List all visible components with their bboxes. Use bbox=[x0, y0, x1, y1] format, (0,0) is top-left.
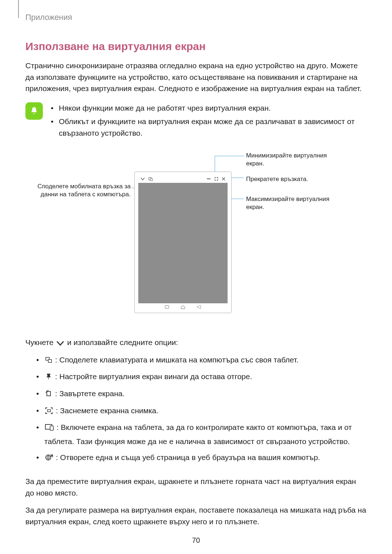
svg-rect-7 bbox=[48, 410, 50, 412]
note-list: Някои функции може да не работят чрез ви… bbox=[51, 102, 367, 141]
home-icon bbox=[180, 305, 185, 309]
svg-point-10 bbox=[46, 455, 51, 460]
chevron-down-icon bbox=[140, 177, 145, 181]
note-icon bbox=[25, 102, 43, 120]
close-icon bbox=[222, 177, 225, 181]
header-vertical-rule bbox=[18, 0, 19, 18]
svg-rect-3 bbox=[165, 305, 169, 308]
paragraph-resize: За да регулирате размера на виртуалния е… bbox=[25, 504, 367, 527]
option-open-webpage: : Отворете една и съща уеб страница в уе… bbox=[36, 451, 367, 465]
option-screenshot: : Заснемете екранна снимка. bbox=[36, 404, 367, 418]
manual-page: Приложения Използване на виртуалния екра… bbox=[0, 0, 392, 554]
chevron-down-bold-icon bbox=[56, 338, 64, 350]
svg-rect-6 bbox=[47, 391, 50, 396]
pin-icon bbox=[45, 371, 52, 384]
tap-line-pre: Чукнете bbox=[25, 338, 56, 346]
note-item-1: Някои функции може да не работят чрез ви… bbox=[51, 102, 367, 114]
tap-line: Чукнете и използвайте следните опции: bbox=[25, 337, 367, 350]
tablet-frame bbox=[134, 172, 232, 313]
option-text-4: : Заснемете екранна снимка. bbox=[56, 406, 159, 415]
option-text-6: : Отворете една и съща уеб страница в уе… bbox=[56, 453, 320, 461]
option-text-3: : Завъртете екрана. bbox=[55, 389, 124, 398]
svg-rect-9 bbox=[50, 426, 53, 430]
back-icon bbox=[196, 305, 201, 309]
note-item-2: Обликът и функциите на виртуалния екран … bbox=[51, 116, 367, 139]
share-km-icon bbox=[45, 354, 52, 368]
tablet-on-icon bbox=[45, 422, 54, 435]
option-text-2: : Настройте виртуалния екран винаги да о… bbox=[55, 372, 252, 381]
tap-line-post: и използвайте следните опции: bbox=[67, 338, 178, 346]
tablet-screen bbox=[138, 189, 228, 303]
option-enable-tablet-screen: : Включете екрана на таблета, за да го к… bbox=[36, 421, 367, 448]
maximize-icon bbox=[215, 177, 218, 181]
svg-rect-1 bbox=[150, 178, 152, 181]
option-text-1: : Споделете клавиатурата и мишката на ко… bbox=[55, 356, 299, 364]
page-number: 70 bbox=[0, 536, 392, 545]
bell-icon bbox=[29, 106, 39, 116]
recent-icon bbox=[164, 305, 170, 309]
paragraph-move: За да преместите виртуалния екран, щракн… bbox=[25, 476, 367, 498]
options-list: : Споделете клавиатурата и мишката на ко… bbox=[25, 353, 367, 465]
minimize-icon bbox=[207, 178, 211, 179]
tablet-navbar bbox=[135, 305, 231, 310]
option-rotate: : Завъртете екрана. bbox=[36, 387, 367, 401]
option-always-on-top: : Настройте виртуалния екран винаги да о… bbox=[36, 370, 367, 384]
share-icon bbox=[148, 177, 153, 181]
svg-rect-5 bbox=[48, 360, 52, 362]
breadcrumb: Приложения bbox=[25, 13, 367, 22]
rotate-icon bbox=[45, 388, 52, 401]
svg-rect-2 bbox=[207, 178, 211, 179]
option-text-5: : Включете екрана на таблета, за да го к… bbox=[44, 423, 352, 446]
tablet-status-strip bbox=[138, 183, 228, 189]
section-title: Използване на виртуалния екран bbox=[25, 40, 367, 53]
virtual-screen-diagram: Споделете мобилната връзка за данни на т… bbox=[25, 152, 367, 326]
globe-arrow-icon bbox=[45, 452, 53, 465]
tablet-topbar bbox=[140, 176, 228, 181]
screenshot-icon bbox=[45, 405, 53, 418]
note-block: Някои функции може да не работят чрез ви… bbox=[25, 102, 367, 141]
option-share-input: : Споделете клавиатурата и мишката на ко… bbox=[36, 353, 367, 368]
intro-paragraph: Странично синхронизиране отразява огледа… bbox=[25, 60, 367, 94]
